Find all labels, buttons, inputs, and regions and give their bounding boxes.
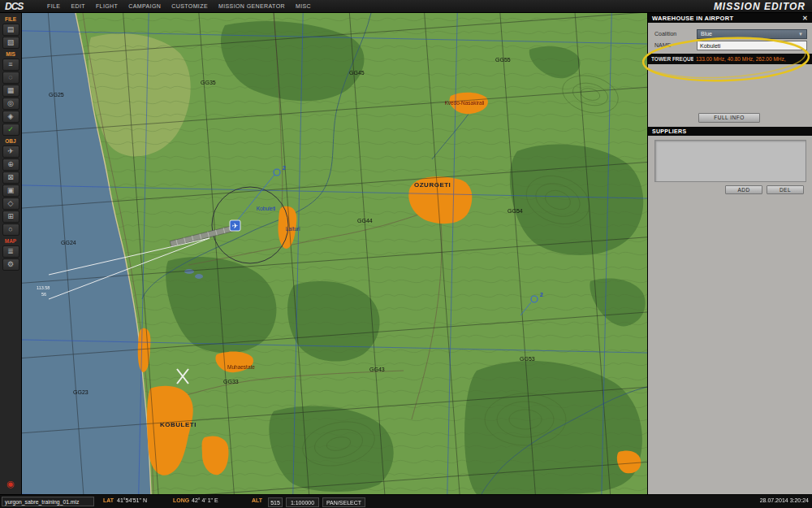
left-toolbar: FILE ▤ ▧ MIS ≡ ◌ ▦ ◎ ◈ ✓ OBJ ✈ ⊕ ⊠ ▣ ◇ ⊞… bbox=[0, 13, 22, 494]
menu-campaign[interactable]: CAMPAIGN bbox=[128, 3, 161, 9]
new-mission-button[interactable]: ▤ bbox=[2, 24, 19, 36]
map-settings-button[interactable]: ⚙ bbox=[2, 258, 19, 271]
menu-misc[interactable]: MISC bbox=[296, 3, 311, 9]
weather-icon: ◌ bbox=[8, 73, 12, 81]
add-static-object-button[interactable]: ◇ bbox=[2, 198, 19, 210]
warehouse-panel: WAREHOUSE IN AIRPORT ✕ Coalition Blue ▼ … bbox=[647, 13, 812, 494]
map-canvas[interactable]: 113.58 56 2 2 ✈ GG25 GG35 GG45 GG55 GG24 bbox=[22, 13, 647, 494]
sidebar-section-obj: OBJ bbox=[5, 138, 15, 144]
add-ship-button[interactable]: ⊠ bbox=[2, 172, 19, 184]
goals-icon: ◎ bbox=[7, 99, 14, 107]
editor-mode[interactable]: PAN/SELECT bbox=[322, 497, 365, 507]
vehicle-icon: ▣ bbox=[7, 186, 15, 194]
menu-file[interactable]: FILE bbox=[47, 3, 60, 9]
svg-text:GG33: GG33 bbox=[223, 379, 239, 384]
name-field[interactable] bbox=[697, 41, 807, 50]
validate-button[interactable]: ✓ bbox=[2, 124, 19, 136]
long-label: LONG bbox=[173, 497, 189, 503]
open-mission-button[interactable]: ▧ bbox=[2, 37, 19, 49]
new-mission-icon: ▤ bbox=[7, 25, 15, 33]
waypoint-number: 2 bbox=[283, 165, 286, 171]
panel-title-bar: WAREHOUSE IN AIRPORT ✕ bbox=[648, 13, 812, 23]
city-label: KOBULETI bbox=[160, 421, 197, 428]
town-label: Kvedo-Nasakirali bbox=[444, 100, 484, 106]
city-label: OZURGETI bbox=[414, 181, 451, 189]
svg-text:GG24: GG24 bbox=[61, 240, 76, 245]
status-bar: yurgon_sabre_training_01.miz LAT 41°54'5… bbox=[0, 494, 812, 508]
layers-icon: ≣ bbox=[7, 247, 14, 255]
triggers-button[interactable]: ◈ bbox=[2, 111, 19, 123]
ship-icon: ⊠ bbox=[7, 173, 14, 181]
goals-button[interactable]: ◎ bbox=[2, 98, 19, 110]
del-supplier-button[interactable]: DEL bbox=[767, 185, 804, 194]
static-object-icon: ◇ bbox=[8, 199, 14, 207]
svg-text:GG45: GG45 bbox=[349, 70, 365, 76]
coalition-label: Coalition bbox=[654, 31, 676, 37]
svg-text:GG44: GG44 bbox=[357, 218, 373, 224]
triggers-icon: ◈ bbox=[8, 112, 14, 120]
close-icon[interactable]: ✕ bbox=[802, 15, 808, 22]
add-aircraft-button[interactable]: ✈ bbox=[2, 145, 19, 158]
approach-frequency-label: 113.58 bbox=[37, 285, 50, 290]
menu-edit[interactable]: EDIT bbox=[71, 3, 85, 9]
alt-value: 515 bbox=[268, 497, 283, 507]
tower-frequency-row: TOWER FREQUENCY 133.00 MHz, 40.80 MHz, 2… bbox=[648, 54, 812, 64]
top-menu-bar: DCS FILE EDIT FLIGHT CAMPAIGN CUSTOMIZE … bbox=[0, 0, 812, 13]
helicopter-icon: ⊕ bbox=[7, 160, 14, 168]
panel-title: WAREHOUSE IN AIRPORT bbox=[652, 15, 733, 22]
town-label: Laituri bbox=[286, 226, 300, 232]
sidebar-section-mis: MIS bbox=[6, 51, 15, 57]
sidebar-section-file: FILE bbox=[5, 16, 16, 22]
coalition-dropdown[interactable]: Blue ▼ bbox=[697, 29, 807, 39]
weather-button[interactable]: ◌ bbox=[2, 72, 19, 84]
mission-options-button[interactable]: ≡ bbox=[2, 59, 19, 71]
dcs-logo: DCS bbox=[5, 1, 47, 12]
lat-label: LAT bbox=[103, 497, 114, 503]
menu-customize[interactable]: CUSTOMIZE bbox=[171, 3, 208, 9]
template-button[interactable]: ⊞ bbox=[2, 211, 19, 223]
open-mission-icon: ▧ bbox=[7, 38, 15, 46]
map-scale[interactable]: 1:100000 bbox=[286, 497, 319, 507]
aircraft-unit[interactable]: ✈ bbox=[230, 220, 240, 231]
menu-flight[interactable]: FLIGHT bbox=[96, 3, 118, 9]
tower-frequency-value: 133.00 MHz, 40.80 MHz, 262.00 MHz, bbox=[696, 56, 786, 62]
menu-mission-generator[interactable]: MISSION GENERATOR bbox=[218, 3, 285, 9]
lat-value: 41°54'51" N bbox=[117, 497, 147, 503]
page-title: MISSION EDITOR bbox=[714, 1, 806, 12]
map-layers-button[interactable]: ≣ bbox=[2, 245, 19, 258]
mission-editor-window: DCS FILE EDIT FLIGHT CAMPAIGN CUSTOMIZE … bbox=[0, 0, 812, 508]
full-info-button[interactable]: FULL INFO bbox=[698, 113, 760, 123]
zone-icon: ○ bbox=[8, 225, 12, 233]
svg-text:GG25: GG25 bbox=[49, 92, 64, 98]
suppliers-header: SUPPLIERS bbox=[648, 127, 812, 136]
svg-text:GG35: GG35 bbox=[201, 80, 216, 85]
svg-text:GG54: GG54 bbox=[508, 208, 523, 214]
record-icon: ◉ bbox=[6, 479, 15, 488]
briefing-button[interactable]: ▦ bbox=[2, 85, 19, 97]
settings-icon: ⚙ bbox=[7, 260, 14, 268]
zone-button[interactable]: ○ bbox=[2, 224, 19, 236]
check-icon: ✓ bbox=[7, 125, 14, 133]
add-supplier-button[interactable]: ADD bbox=[725, 185, 762, 194]
aircraft-icon: ✈ bbox=[7, 147, 14, 155]
svg-text:GG23: GG23 bbox=[73, 389, 89, 395]
add-vehicle-button[interactable]: ▣ bbox=[2, 185, 19, 197]
chevron-down-icon: ▼ bbox=[798, 30, 803, 38]
main-menu: FILE EDIT FLIGHT CAMPAIGN CUSTOMIZE MISS… bbox=[47, 3, 311, 9]
approach-heading-label: 56 bbox=[41, 292, 46, 297]
alt-label: ALT bbox=[252, 497, 262, 503]
svg-text:GG43: GG43 bbox=[369, 367, 385, 372]
svg-text:GG55: GG55 bbox=[495, 57, 511, 63]
datetime: 28.07.2014 3:20:24 bbox=[760, 497, 809, 503]
long-value: 42° 4' 1" E bbox=[192, 497, 218, 503]
suppliers-list[interactable] bbox=[654, 140, 806, 182]
aircraft-unit-icon: ✈ bbox=[232, 222, 239, 230]
coalition-value: Blue bbox=[701, 30, 712, 38]
town-label: Muhaestate bbox=[227, 364, 255, 370]
svg-text:GG53: GG53 bbox=[520, 356, 535, 362]
tower-frequency-label: TOWER FREQUENCY bbox=[651, 56, 693, 62]
mission-filename[interactable]: yurgon_sabre_training_01.miz bbox=[2, 497, 94, 506]
sidebar-section-map: MAP bbox=[5, 238, 16, 244]
add-helicopter-button[interactable]: ⊕ bbox=[2, 158, 19, 171]
record-button[interactable]: ◉ bbox=[2, 479, 19, 491]
